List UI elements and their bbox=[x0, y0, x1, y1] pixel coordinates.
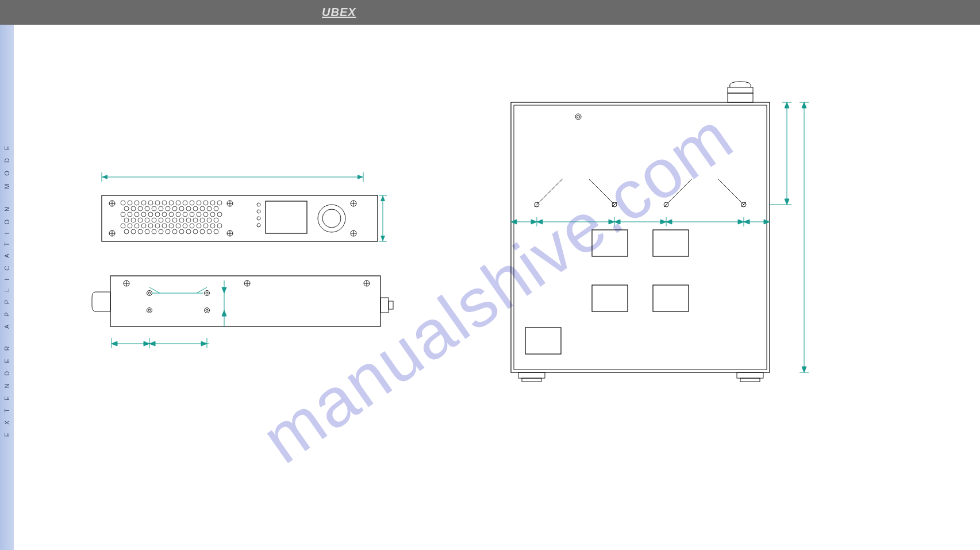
svg-point-115 bbox=[207, 229, 212, 234]
svg-marker-186 bbox=[660, 220, 666, 224]
svg-point-37 bbox=[169, 201, 174, 205]
svg-point-64 bbox=[155, 212, 160, 217]
svg-marker-184 bbox=[609, 220, 614, 224]
svg-marker-154 bbox=[112, 341, 117, 346]
svg-point-55 bbox=[193, 206, 198, 211]
svg-marker-203 bbox=[785, 102, 789, 108]
svg-point-98 bbox=[190, 224, 194, 228]
svg-marker-209 bbox=[802, 367, 806, 372]
svg-point-119 bbox=[257, 217, 260, 220]
svg-point-75 bbox=[131, 218, 136, 222]
svg-point-120 bbox=[257, 224, 260, 227]
svg-point-67 bbox=[176, 212, 180, 217]
svg-line-173 bbox=[589, 179, 614, 205]
svg-point-61 bbox=[134, 212, 139, 217]
svg-point-83 bbox=[186, 218, 191, 222]
svg-point-60 bbox=[128, 212, 132, 217]
svg-rect-198 bbox=[737, 372, 763, 378]
svg-point-38 bbox=[176, 201, 180, 205]
svg-rect-199 bbox=[740, 378, 760, 382]
svg-rect-158 bbox=[511, 102, 770, 372]
left-drawings-group bbox=[89, 171, 410, 380]
svg-point-54 bbox=[186, 206, 191, 211]
svg-point-93 bbox=[155, 224, 160, 228]
svg-rect-193 bbox=[592, 285, 628, 311]
svg-point-87 bbox=[214, 218, 218, 222]
svg-point-114 bbox=[200, 229, 205, 234]
svg-point-106 bbox=[145, 229, 149, 234]
top-header-bar: UBEX bbox=[0, 0, 980, 25]
svg-point-34 bbox=[148, 201, 153, 205]
svg-point-122 bbox=[318, 205, 345, 232]
svg-point-139 bbox=[206, 292, 208, 294]
svg-marker-204 bbox=[785, 199, 789, 205]
svg-point-65 bbox=[162, 212, 167, 217]
svg-rect-194 bbox=[653, 285, 689, 311]
svg-point-35 bbox=[155, 201, 160, 205]
svg-point-99 bbox=[197, 224, 201, 228]
svg-point-137 bbox=[148, 292, 151, 294]
svg-point-101 bbox=[210, 224, 215, 228]
svg-point-92 bbox=[148, 224, 153, 228]
svg-point-59 bbox=[121, 212, 125, 217]
svg-point-84 bbox=[193, 218, 198, 222]
svg-point-110 bbox=[172, 229, 177, 234]
svg-point-136 bbox=[147, 291, 152, 296]
svg-point-45 bbox=[124, 206, 129, 211]
svg-point-52 bbox=[172, 206, 177, 211]
svg-point-102 bbox=[217, 224, 222, 228]
svg-point-79 bbox=[159, 218, 163, 222]
side-label-strip: EXTENDER APPLICATION MODE bbox=[0, 25, 14, 550]
svg-point-82 bbox=[179, 218, 184, 222]
svg-point-89 bbox=[128, 224, 132, 228]
svg-point-123 bbox=[322, 209, 341, 228]
svg-point-30 bbox=[121, 201, 125, 205]
svg-point-77 bbox=[145, 218, 149, 222]
svg-marker-187 bbox=[666, 220, 672, 224]
svg-point-111 bbox=[179, 229, 184, 234]
svg-point-138 bbox=[205, 291, 210, 296]
svg-point-104 bbox=[131, 229, 136, 234]
svg-marker-183 bbox=[537, 220, 543, 224]
svg-point-39 bbox=[183, 201, 187, 205]
svg-point-43 bbox=[210, 201, 215, 205]
svg-point-73 bbox=[217, 212, 222, 217]
svg-point-81 bbox=[172, 218, 177, 222]
svg-rect-196 bbox=[518, 372, 545, 378]
svg-point-32 bbox=[134, 201, 139, 205]
svg-point-143 bbox=[206, 309, 208, 311]
svg-rect-125 bbox=[381, 298, 389, 313]
svg-point-117 bbox=[257, 203, 260, 206]
svg-point-57 bbox=[207, 206, 212, 211]
svg-rect-121 bbox=[266, 201, 307, 233]
svg-marker-145 bbox=[222, 287, 226, 293]
svg-point-85 bbox=[200, 218, 205, 222]
svg-point-90 bbox=[134, 224, 139, 228]
brand-label: UBEX bbox=[322, 6, 356, 19]
svg-point-62 bbox=[141, 212, 146, 217]
svg-marker-182 bbox=[531, 220, 537, 224]
svg-point-44 bbox=[217, 201, 222, 205]
svg-point-63 bbox=[148, 212, 153, 217]
svg-point-58 bbox=[214, 206, 218, 211]
svg-marker-155 bbox=[144, 341, 149, 346]
svg-point-108 bbox=[159, 229, 163, 234]
svg-marker-9 bbox=[381, 195, 385, 201]
svg-point-40 bbox=[190, 201, 194, 205]
svg-point-33 bbox=[141, 201, 146, 205]
svg-point-47 bbox=[138, 206, 143, 211]
svg-point-31 bbox=[128, 201, 132, 205]
svg-rect-161 bbox=[728, 93, 753, 102]
svg-marker-4 bbox=[358, 175, 363, 179]
svg-marker-208 bbox=[802, 102, 806, 108]
svg-rect-5 bbox=[102, 195, 378, 241]
svg-rect-160 bbox=[728, 87, 753, 93]
svg-rect-195 bbox=[525, 328, 561, 354]
svg-point-116 bbox=[214, 229, 218, 234]
svg-marker-188 bbox=[738, 220, 744, 224]
svg-marker-189 bbox=[744, 220, 750, 224]
side-label-text: EXTENDER APPLICATION MODE bbox=[3, 138, 10, 437]
svg-point-56 bbox=[200, 206, 205, 211]
svg-point-109 bbox=[166, 229, 170, 234]
svg-point-112 bbox=[186, 229, 191, 234]
